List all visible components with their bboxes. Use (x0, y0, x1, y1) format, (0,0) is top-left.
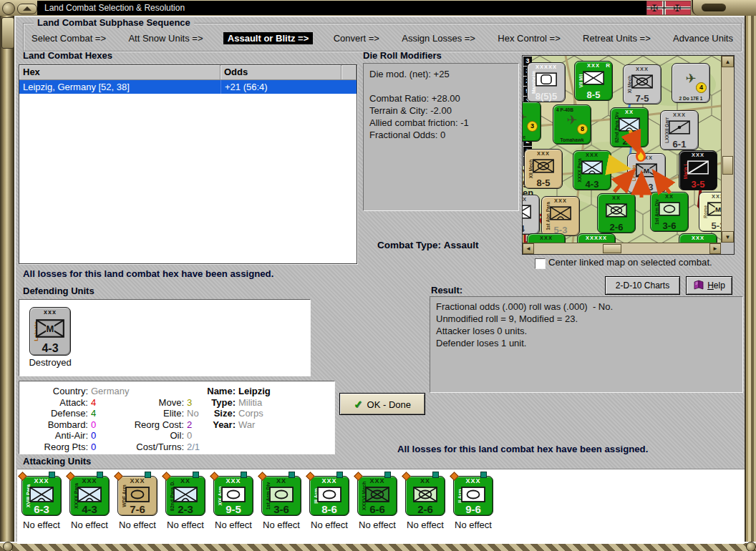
map-unit-counter[interactable]: XXXLXXXII Garr6-1 (660, 110, 699, 150)
aircraft-name-label: Tomahawk (554, 137, 590, 142)
map-unit-counter[interactable]: XXX (679, 233, 717, 243)
map-unit-counter[interactable]: XX82nd Para Div2-3 (610, 107, 649, 147)
map-unit-counter[interactable]: ✈fire3 (523, 102, 541, 142)
map-unit-counter[interactable]: XXXLeipzigM4-3 (627, 153, 666, 193)
infantry-symbol-icon (523, 205, 531, 222)
scroll-right-button[interactable]: ► (709, 243, 721, 254)
charts-button[interactable]: 2-D-10 Charts (605, 276, 680, 295)
stat-label: Cost/Turns: (104, 442, 184, 452)
attacking-unit-counter[interactable]: XXXWDF Arm7-6 (117, 476, 158, 516)
map-vertical-scrollbar[interactable]: ▲ ▼ (721, 56, 734, 243)
aircraft-name-label: 2 Do 17E 1 (673, 96, 709, 101)
horizontal-scroll-thumb[interactable] (603, 244, 621, 253)
stat-label: Move: (104, 397, 184, 408)
subphase-sequence-steps: Select Combat =>Att Snow Units =>Assault… (29, 32, 735, 44)
attacking-unit-counter[interactable]: XXXXIX Arm9-5 (213, 476, 253, 516)
sequence-step: Select Combat => (29, 32, 108, 44)
result-line: Fractional odds (.000) roll was (.000) -… (436, 301, 737, 313)
svg-text:M: M (47, 323, 54, 334)
mech-symbol-icon (606, 203, 627, 220)
map-unit-counter[interactable]: XXXVII Mil8-5R (574, 61, 613, 101)
window-menu-button[interactable] (17, 4, 37, 14)
unit-size-label: XXX (528, 235, 565, 241)
defending-unit-counter[interactable]: xxxLeipzigM4-3 (29, 307, 71, 356)
hex-cell[interactable]: Leipzig, Germany [52, 38] (19, 80, 220, 94)
armor-symbol-icon (659, 202, 680, 219)
unit-strength-label: 9-5 (214, 503, 253, 515)
map-unit-counter[interactable]: XXX-4 (523, 195, 540, 235)
die-roll-modifiers-title: Die Roll Modifiers (363, 50, 442, 61)
ok-done-button[interactable]: ✓OK - Done (339, 393, 425, 415)
map-unit-counter[interactable]: ✈4 P-40BTomahawk8 (553, 104, 591, 145)
unit-info-column-3: Name:LeipzigType:MilitiaSize:CorpsYear:W… (198, 386, 271, 430)
result-title: Result: (431, 285, 462, 296)
map-unit-counter[interactable]: XX2-6 (597, 193, 636, 233)
map-unit-counter[interactable]: ✈2 Do 17E 14 (672, 63, 710, 103)
map-unit-counter[interactable]: XXX1st Abn Para5-3 (541, 196, 580, 236)
map-unit-counter[interactable]: XXXXII Mech8-5 (524, 149, 563, 189)
stat-value: 3 (184, 397, 192, 408)
map-viewport[interactable]: XXXXXMannheim8(5)5XXXVII Mil8-5RXXXXI Me… (523, 56, 721, 243)
map-unit-counter[interactable]: XXXXX (577, 233, 616, 243)
map-unit-counter[interactable]: XXXXXMannheim8(5)5 (527, 62, 566, 102)
help-button[interactable]: Help (686, 276, 732, 295)
title-bar[interactable]: Land Combat Selection & Resolution ✠ ✠ (0, 0, 756, 16)
attacking-unit-counter[interactable]: XX82nd Para D.2-3 (165, 476, 205, 516)
scroll-down-button[interactable]: ▼ (722, 231, 734, 243)
scroll-up-button[interactable]: ▲ (722, 56, 734, 67)
map-unit-counter[interactable]: XXXI Mil (527, 233, 566, 243)
combat-hex-list[interactable]: Hex Odds Leipzig, Germany [52, 38] +21 (… (19, 64, 357, 264)
map-unit-counter[interactable]: XXXXXXX Para4-3 (573, 150, 611, 190)
attacking-unit-counter[interactable]: XXXXVIII Para6-3 (21, 476, 62, 516)
subphase-sequence-title: Land Combat Subphase Sequence (34, 17, 194, 28)
attacking-unit-counter[interactable]: XXXIII Arm8-6 (309, 476, 349, 516)
stat-label: Country: (22, 386, 88, 396)
screw-icon (2, 2, 15, 15)
stat-label: Bombard: (22, 419, 88, 430)
window-frame-right (745, 16, 756, 542)
book-icon (693, 280, 704, 290)
attacking-unit-counter[interactable]: XX2-6 (405, 476, 445, 516)
unit-status-label: Destroyed (24, 357, 77, 368)
attacking-unit-counter[interactable]: XXXXXXX Para4-3 (69, 476, 110, 516)
triangle-icon (23, 6, 32, 11)
map-unit-counter[interactable]: XXXRomeM5-3 (699, 192, 721, 232)
unit-effect-label: No effect (160, 520, 210, 530)
mech-symbol-icon (631, 74, 653, 92)
stat-value: 4 (88, 408, 96, 419)
attacking-unit-counter[interactable]: XXXII Arm9-6 (453, 476, 493, 516)
map-unit-counter[interactable]: XX1st Arm Div3-6 (650, 192, 689, 232)
center-map-checkbox[interactable] (535, 258, 546, 269)
map-unit-counter[interactable]: XXXXI Mech7-5 (623, 64, 662, 104)
stat-label: Attack: (22, 397, 88, 408)
attacking-unit-counter[interactable]: XX1st Arm Div3-6 (261, 476, 301, 516)
unit-effect-label: No effect (16, 520, 67, 530)
attacking-unit-counter[interactable]: XXXXXXVI Mech6-6 (357, 476, 397, 516)
scroll-left-button[interactable]: ◄ (523, 243, 534, 254)
unit-strength-label: 2-3 (611, 136, 648, 147)
map-unit-counter[interactable]: XXXMaria L.3-5 (679, 150, 717, 190)
mech-symbol-icon (533, 159, 554, 176)
unit-strength-label: 2-3 (166, 503, 205, 515)
vertical-scroll-thumb[interactable] (722, 156, 733, 175)
unit-strength-label: 6-1 (661, 139, 698, 150)
game-window: { "window": { "title": "Land Combat Sele… (0, 0, 756, 551)
unit-effect-label: No effect (352, 520, 402, 530)
militia-symbol-icon: M (36, 319, 64, 341)
hex-row-selected[interactable]: Leipzig, Germany [52, 38] +21 (56:4) (19, 80, 357, 94)
check-icon: ✓ (354, 398, 363, 410)
hex-column-header: Hex (19, 65, 220, 79)
sequence-step-active: Assault or Blitz => (223, 32, 313, 44)
air-strength-badge: 4 (696, 82, 707, 93)
unit-info-panel: Country:GermanyAttack:4Defense:4Bombard:… (19, 381, 335, 454)
stat-value: War (236, 419, 255, 430)
para-symbol-icon (581, 160, 603, 177)
odds-cell[interactable]: +21 (56:4) (220, 80, 341, 94)
linked-map[interactable]: XXXXXMannheim8(5)5XXXVII Mil8-5RXXXXI Me… (522, 55, 735, 255)
unit-strength-label: 6-6 (358, 503, 397, 515)
garrison-symbol-icon (669, 120, 690, 137)
svg-text:✠: ✠ (674, 3, 682, 14)
map-horizontal-scrollbar[interactable]: ◄ ► (523, 243, 721, 254)
unit-size-label: XXX (628, 155, 665, 161)
aircraft-name-label: fire (523, 135, 540, 140)
